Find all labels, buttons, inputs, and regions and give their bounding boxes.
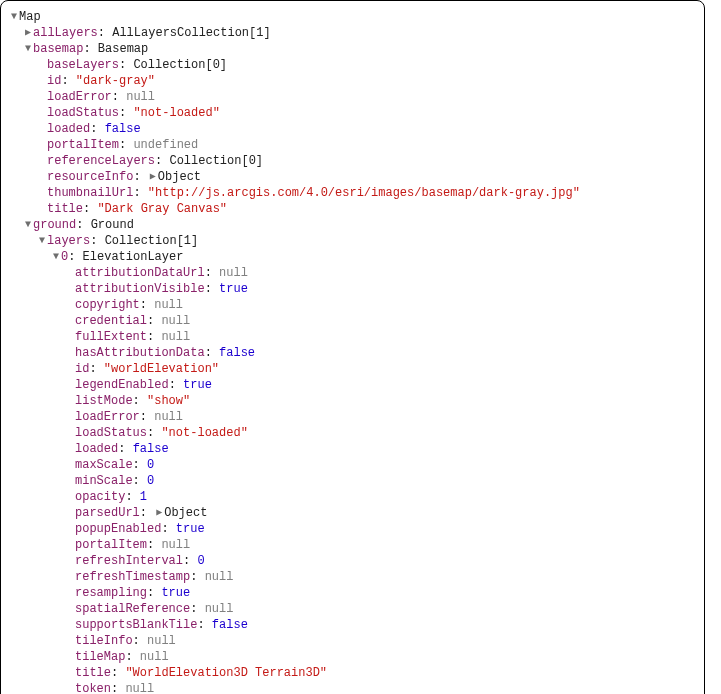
property-value: undefined — [133, 138, 198, 152]
property-value: Basemap — [98, 42, 148, 56]
tree-row[interactable]: opacity: 1 — [9, 489, 696, 505]
property-key: tileMap — [75, 650, 125, 664]
tree-row[interactable]: listMode: "show" — [9, 393, 696, 409]
tree-row[interactable]: baseLayers: Collection[0] — [9, 57, 696, 73]
property-value: "WorldElevation3D Terrain3D" — [125, 666, 327, 680]
property-key: opacity — [75, 490, 125, 504]
tree-row[interactable]: parsedUrl: ▶Object — [9, 505, 696, 521]
expand-toggle-icon[interactable]: ▼ — [23, 217, 33, 233]
property-key: portalItem — [75, 538, 147, 552]
expand-toggle-icon[interactable]: ▼ — [9, 9, 19, 25]
property-value: null — [161, 330, 190, 344]
property-key: 0 — [61, 250, 68, 264]
root-label: Map — [19, 10, 41, 24]
tree-row[interactable]: ▶allLayers: AllLayersCollection[1] — [9, 25, 696, 41]
property-key: thumbnailUrl — [47, 186, 133, 200]
property-value: ElevationLayer — [83, 250, 184, 264]
tree-row[interactable]: loaded: false — [9, 441, 696, 457]
tree-row[interactable]: referenceLayers: Collection[0] — [9, 153, 696, 169]
property-value: "show" — [147, 394, 190, 408]
property-value: "worldElevation" — [104, 362, 219, 376]
property-value: true — [176, 522, 205, 536]
property-value: null — [147, 634, 176, 648]
expand-toggle-icon[interactable]: ▶ — [23, 25, 33, 41]
tree-row[interactable]: loadError: null — [9, 409, 696, 425]
tree-row[interactable]: legendEnabled: true — [9, 377, 696, 393]
property-value: false — [105, 122, 141, 136]
tree-row[interactable]: token: null — [9, 681, 696, 694]
property-value: Collection[1] — [105, 234, 199, 248]
property-key: baseLayers — [47, 58, 119, 72]
tree-row[interactable]: ▼basemap: Basemap — [9, 41, 696, 57]
property-value: 0 — [197, 554, 204, 568]
property-key: portalItem — [47, 138, 119, 152]
tree-row[interactable]: portalItem: null — [9, 537, 696, 553]
property-key: resampling — [75, 586, 147, 600]
tree-row[interactable]: id: "worldElevation" — [9, 361, 696, 377]
property-value: null — [205, 602, 234, 616]
object-tree: ▼Map ▶allLayers: AllLayersCollection[1] … — [9, 9, 696, 694]
property-key: hasAttributionData — [75, 346, 205, 360]
expand-toggle-icon[interactable]: ▶ — [148, 169, 158, 185]
property-key: referenceLayers — [47, 154, 155, 168]
property-value: 0 — [147, 474, 154, 488]
property-value: false — [219, 346, 255, 360]
tree-row[interactable]: refreshTimestamp: null — [9, 569, 696, 585]
property-value: "not-loaded" — [161, 426, 247, 440]
tree-row[interactable]: attributionVisible: true — [9, 281, 696, 297]
tree-row[interactable]: fullExtent: null — [9, 329, 696, 345]
property-key: listMode — [75, 394, 133, 408]
tree-row[interactable]: spatialReference: null — [9, 601, 696, 617]
property-value: null — [161, 538, 190, 552]
property-value: Object — [164, 506, 207, 520]
tree-row[interactable]: ▼ground: Ground — [9, 217, 696, 233]
tree-row[interactable]: supportsBlankTile: false — [9, 617, 696, 633]
tree-row[interactable]: title: "WorldElevation3D Terrain3D" — [9, 665, 696, 681]
property-value: null — [125, 682, 154, 694]
property-key: allLayers — [33, 26, 98, 40]
expand-toggle-icon[interactable]: ▼ — [37, 233, 47, 249]
tree-row[interactable]: copyright: null — [9, 297, 696, 313]
tree-row[interactable]: credential: null — [9, 313, 696, 329]
property-key: popupEnabled — [75, 522, 161, 536]
tree-row[interactable]: popupEnabled: true — [9, 521, 696, 537]
property-value: null — [161, 314, 190, 328]
property-value: true — [183, 378, 212, 392]
expand-toggle-icon[interactable]: ▼ — [23, 41, 33, 57]
tree-row[interactable]: refreshInterval: 0 — [9, 553, 696, 569]
tree-row[interactable]: minScale: 0 — [9, 473, 696, 489]
tree-row[interactable]: loaded: false — [9, 121, 696, 137]
property-key: refreshTimestamp — [75, 570, 190, 584]
tree-row[interactable]: id: "dark-gray" — [9, 73, 696, 89]
tree-row[interactable]: title: "Dark Gray Canvas" — [9, 201, 696, 217]
tree-row[interactable]: portalItem: undefined — [9, 137, 696, 153]
tree-row[interactable]: loadError: null — [9, 89, 696, 105]
property-value: null — [154, 298, 183, 312]
property-key: id — [47, 74, 61, 88]
property-key: ground — [33, 218, 76, 232]
property-value: AllLayersCollection[1] — [112, 26, 270, 40]
tree-row[interactable]: resourceInfo: ▶Object — [9, 169, 696, 185]
expand-toggle-icon[interactable]: ▼ — [51, 249, 61, 265]
tree-row[interactable]: thumbnailUrl: "http://js.arcgis.com/4.0/… — [9, 185, 696, 201]
tree-row[interactable]: attributionDataUrl: null — [9, 265, 696, 281]
tree-row[interactable]: ▼layers: Collection[1] — [9, 233, 696, 249]
tree-row[interactable]: loadStatus: "not-loaded" — [9, 425, 696, 441]
tree-row[interactable]: tileMap: null — [9, 649, 696, 665]
property-value: true — [219, 282, 248, 296]
property-value: null — [219, 266, 248, 280]
tree-row[interactable]: loadStatus: "not-loaded" — [9, 105, 696, 121]
property-key: minScale — [75, 474, 133, 488]
expand-toggle-icon[interactable]: ▶ — [154, 505, 164, 521]
tree-row[interactable]: maxScale: 0 — [9, 457, 696, 473]
tree-row[interactable]: resampling: true — [9, 585, 696, 601]
property-key: copyright — [75, 298, 140, 312]
property-key: title — [47, 202, 83, 216]
property-key: basemap — [33, 42, 83, 56]
property-key: spatialReference — [75, 602, 190, 616]
tree-row[interactable]: ▼0: ElevationLayer — [9, 249, 696, 265]
tree-row[interactable]: hasAttributionData: false — [9, 345, 696, 361]
tree-row-root[interactable]: ▼Map — [9, 9, 696, 25]
tree-row[interactable]: tileInfo: null — [9, 633, 696, 649]
property-key: supportsBlankTile — [75, 618, 197, 632]
